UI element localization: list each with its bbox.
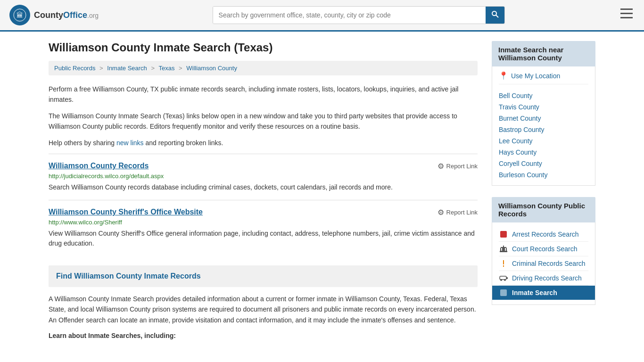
- sidebar-nearby-header: Inmate Search nearWilliamson County: [492, 41, 595, 66]
- svg-rect-9: [503, 246, 504, 251]
- breadcrumb-sep-3: >: [179, 65, 182, 72]
- sidebar-link-burleson-county[interactable]: Burleson County: [499, 169, 588, 181]
- breadcrumb-sep-1: >: [99, 65, 103, 72]
- svg-rect-10: [501, 247, 506, 248]
- svg-point-2: [492, 11, 496, 16]
- svg-rect-12: [506, 248, 507, 251]
- court-records-link[interactable]: Court Records Search: [512, 245, 578, 253]
- driving-icon: [499, 273, 508, 283]
- resource-card-header-1: Williamson County Sheriff's Office Websi…: [49, 208, 478, 217]
- sidebar-link-lee-county[interactable]: Lee County: [499, 135, 588, 147]
- svg-rect-7: [500, 231, 507, 238]
- resource-card-1: Williamson County Sheriff's Office Websi…: [49, 200, 478, 256]
- pub-rec-arrest: Arrest Records Search: [499, 227, 588, 242]
- breadcrumb: Public Records > Inmate Search > Texas >…: [49, 61, 478, 75]
- resource-card-header-0: Williamson County Records ⚙ Report Link: [49, 162, 478, 171]
- logo-icon: 🏛: [9, 5, 30, 25]
- report-link-label-1: Report Link: [446, 209, 478, 216]
- new-links-link[interactable]: new links: [116, 139, 144, 147]
- svg-point-18: [500, 279, 502, 281]
- find-section-body: A Williamson County Inmate Search provid…: [49, 294, 478, 325]
- breadcrumb-texas[interactable]: Texas: [158, 65, 174, 72]
- resource-title-1[interactable]: Williamson County Sheriff's Office Websi…: [49, 208, 203, 216]
- resource-title-0[interactable]: Williamson County Records: [49, 162, 149, 170]
- site-header: 🏛 CountyOffice.org: [0, 0, 644, 32]
- find-section-title: Find Williamson County Inmate Records: [56, 272, 470, 280]
- breadcrumb-sep-2: >: [151, 65, 155, 72]
- report-icon-0: ⚙: [438, 162, 444, 171]
- report-link-label-0: Report Link: [446, 163, 478, 170]
- svg-rect-11: [500, 248, 501, 251]
- intro-text-3-post: and reporting broken links.: [144, 139, 223, 147]
- sidebar-link-burnet-county[interactable]: Burnet County: [499, 113, 588, 124]
- svg-rect-6: [620, 17, 633, 18]
- resource-desc-1: View Williamson County Sheriff's Office …: [49, 229, 478, 248]
- svg-rect-13: [502, 248, 503, 251]
- svg-rect-16: [503, 265, 504, 267]
- use-location-row: 📍 Use My Location: [499, 71, 588, 84]
- svg-text:🏛: 🏛: [17, 11, 23, 19]
- arrest-icon: [499, 230, 508, 239]
- driving-records-link[interactable]: Driving Records Search: [512, 274, 582, 282]
- sidebar-pub-records-header: Williamson County Public Records: [492, 197, 595, 222]
- intro-text-2: The Williamson County Inmate Search (Tex…: [49, 111, 478, 132]
- sidebar-link-coryell-county[interactable]: Coryell County: [499, 158, 588, 169]
- search-input-wrap: [213, 6, 505, 24]
- sidebar-link-bastrop-county[interactable]: Bastrop County: [499, 124, 588, 135]
- criminal-icon: [499, 259, 508, 268]
- sidebar-nearby-body: 📍 Use My Location Bell County Travis Cou…: [492, 66, 595, 186]
- svg-point-19: [504, 279, 506, 281]
- intro-text-1: Perform a free Williamson County, TX pub…: [49, 84, 478, 105]
- search-input[interactable]: [213, 7, 486, 24]
- sidebar-nearby-header-text: Inmate Search nearWilliamson County: [498, 46, 563, 62]
- svg-rect-4: [620, 8, 633, 10]
- breadcrumb-williamson-county[interactable]: Williamson County: [186, 65, 237, 72]
- inmate-search-link[interactable]: Inmate Search: [512, 289, 557, 296]
- sidebar-pub-records-body: Arrest Records Search: [492, 222, 595, 305]
- sidebar-nearby-section: Inmate Search nearWilliamson County 📍 Us…: [492, 41, 595, 186]
- svg-rect-14: [504, 248, 505, 251]
- hamburger-button[interactable]: [619, 7, 635, 24]
- breadcrumb-inmate-search[interactable]: Inmate Search: [107, 65, 147, 72]
- content-area: Williamson County Inmate Search (Texas) …: [49, 41, 478, 343]
- search-button[interactable]: [486, 7, 504, 24]
- location-icon: 📍: [499, 71, 508, 80]
- main-container: Williamson County Inmate Search (Texas) …: [39, 32, 605, 353]
- report-icon-1: ⚙: [438, 208, 444, 217]
- pub-rec-criminal: Criminal Records Search: [499, 256, 588, 271]
- find-section: Find Williamson County Inmate Records: [49, 265, 478, 287]
- resource-card-0: Williamson County Records ⚙ Report Link …: [49, 154, 478, 200]
- criminal-records-link[interactable]: Criminal Records Search: [512, 260, 586, 267]
- report-link-1[interactable]: ⚙ Report Link: [438, 208, 478, 217]
- report-link-0[interactable]: ⚙ Report Link: [438, 162, 478, 171]
- court-icon: [499, 244, 508, 254]
- sidebar-pub-records-header-text: Williamson County Public Records: [498, 202, 585, 218]
- logo-area: 🏛 CountyOffice.org: [9, 5, 99, 25]
- sidebar-pub-records-section: Williamson County Public Records Arrest …: [492, 197, 595, 305]
- svg-rect-5: [620, 13, 633, 14]
- svg-rect-15: [503, 260, 504, 264]
- sidebar-link-travis-county[interactable]: Travis County: [499, 101, 588, 113]
- sidebar-link-bell-county[interactable]: Bell County: [499, 90, 588, 101]
- svg-rect-8: [500, 251, 507, 252]
- breadcrumb-public-records[interactable]: Public Records: [54, 65, 95, 72]
- use-location-link[interactable]: Use My Location: [511, 72, 560, 80]
- intro-text-3-pre: Help others by sharing: [49, 139, 116, 147]
- resource-url-1[interactable]: http://www.wilco.org/Sheriff: [49, 219, 478, 226]
- search-area: [213, 6, 505, 24]
- page-title: Williamson County Inmate Search (Texas): [49, 41, 478, 54]
- svg-rect-20: [506, 277, 508, 279]
- svg-line-3: [496, 15, 498, 17]
- pub-rec-inmate: Inmate Search: [492, 286, 595, 300]
- svg-rect-21: [500, 289, 507, 296]
- sidebar: Inmate Search nearWilliamson County 📍 Us…: [492, 41, 595, 343]
- sidebar-link-hays-county[interactable]: Hays County: [499, 147, 588, 158]
- svg-rect-17: [500, 276, 506, 280]
- pub-rec-court: Court Records Search: [499, 242, 588, 256]
- resource-url-0[interactable]: http://judicialrecords.wilco.org/default…: [49, 173, 478, 180]
- logo-text: CountyOffice.org: [34, 10, 99, 20]
- learn-title: Learn about Inmate Searches, including:: [49, 332, 478, 339]
- pub-rec-driving: Driving Records Search: [499, 271, 588, 286]
- resource-desc-0: Search Williamson County records databas…: [49, 182, 478, 192]
- arrest-records-link[interactable]: Arrest Records Search: [512, 230, 579, 238]
